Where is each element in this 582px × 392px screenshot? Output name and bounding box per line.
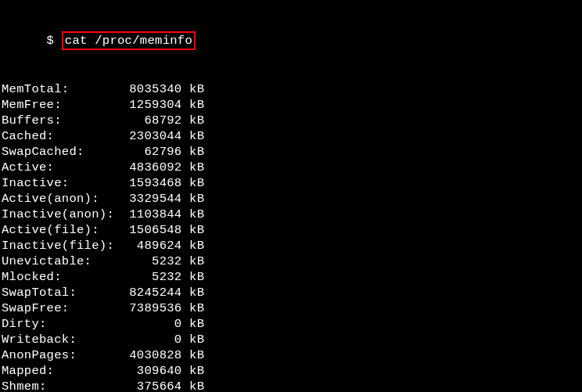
meminfo-unit: kB	[181, 364, 204, 378]
meminfo-label: Active(file):	[2, 223, 122, 237]
meminfo-value: 7389536	[122, 301, 182, 315]
meminfo-value: 1259304	[122, 98, 182, 112]
meminfo-label: SwapTotal:	[2, 286, 122, 300]
meminfo-row: Unevictable: 5232 kB	[2, 254, 580, 269]
meminfo-unit: kB	[181, 254, 204, 268]
meminfo-unit: kB	[181, 192, 204, 206]
meminfo-value: 4836092	[122, 160, 182, 174]
meminfo-row: Inactive: 1593468 kB	[2, 175, 580, 191]
meminfo-row: Active(anon): 3329544 kB	[2, 191, 580, 207]
meminfo-unit: kB	[181, 223, 204, 237]
meminfo-label: AnonPages:	[2, 348, 122, 362]
meminfo-label: Writeback:	[2, 333, 122, 347]
meminfo-row: Dirty: 0 kB	[2, 316, 580, 332]
meminfo-row: Active: 4836092 kB	[2, 160, 580, 175]
meminfo-unit: kB	[181, 379, 204, 392]
meminfo-value: 5232	[122, 254, 182, 268]
meminfo-value: 0	[122, 317, 182, 331]
meminfo-row: AnonPages: 4030828 kB	[2, 347, 580, 363]
meminfo-unit: kB	[181, 98, 204, 112]
meminfo-row: Mlocked: 5232 kB	[2, 269, 580, 285]
meminfo-unit: kB	[181, 286, 204, 300]
meminfo-label: MemFree:	[2, 98, 122, 112]
meminfo-label: SwapFree:	[2, 301, 122, 315]
meminfo-value: 8035340	[122, 82, 182, 96]
meminfo-unit: kB	[181, 301, 204, 315]
meminfo-label: Cached:	[2, 129, 122, 143]
prompt-symbol: $	[47, 34, 62, 48]
meminfo-row: Writeback: 0 kB	[2, 332, 580, 347]
meminfo-value: 0	[122, 333, 182, 347]
terminal-output: $ cat /proc/meminfo MemTotal: 8035340 kB…	[2, 2, 580, 392]
meminfo-value: 8245244	[122, 286, 182, 300]
meminfo-value: 4030828	[122, 348, 182, 362]
meminfo-unit: kB	[181, 348, 204, 362]
meminfo-unit: kB	[181, 270, 204, 284]
meminfo-row: MemFree: 1259304 kB	[2, 97, 580, 113]
meminfo-value: 309640	[122, 364, 182, 378]
meminfo-row: Cached: 2303044 kB	[2, 128, 580, 144]
meminfo-unit: kB	[181, 160, 204, 174]
meminfo-unit: kB	[181, 129, 204, 143]
meminfo-value: 1103844	[122, 207, 182, 221]
meminfo-row: MemTotal: 8035340 kB	[2, 81, 580, 97]
meminfo-row: SwapTotal: 8245244 kB	[2, 285, 580, 300]
meminfo-unit: kB	[181, 207, 204, 221]
meminfo-label: Unevictable:	[2, 254, 122, 268]
meminfo-label: Inactive(anon):	[2, 207, 122, 221]
meminfo-unit: kB	[181, 145, 204, 159]
meminfo-unit: kB	[181, 176, 204, 190]
meminfo-label: SwapCached:	[2, 145, 122, 159]
meminfo-row: Buffers: 68792 kB	[2, 113, 580, 128]
meminfo-row: Inactive(anon): 1103844 kB	[2, 207, 580, 222]
command-text: cat /proc/meminfo	[62, 31, 196, 50]
meminfo-label: MemTotal:	[2, 82, 122, 96]
meminfo-value: 2303044	[122, 129, 182, 143]
meminfo-row: Active(file): 1506548 kB	[2, 222, 580, 238]
meminfo-row: SwapCached: 62796 kB	[2, 144, 580, 160]
meminfo-label: Mapped:	[2, 364, 122, 378]
meminfo-row: SwapFree: 7389536 kB	[2, 300, 580, 316]
meminfo-value: 375664	[122, 379, 182, 392]
meminfo-label: Shmem:	[2, 379, 122, 392]
meminfo-row: Mapped: 309640 kB	[2, 363, 580, 379]
meminfo-value: 1506548	[122, 223, 182, 237]
prompt-line[interactable]: $ cat /proc/meminfo	[16, 17, 196, 66]
meminfo-label: Active:	[2, 160, 122, 174]
meminfo-row: Shmem: 375664 kB	[2, 379, 580, 392]
meminfo-label: Inactive:	[2, 176, 122, 190]
meminfo-label: Active(anon):	[2, 192, 122, 206]
meminfo-output: MemTotal: 8035340 kBMemFree: 1259304 kBB…	[2, 81, 580, 392]
meminfo-unit: kB	[181, 82, 204, 96]
meminfo-label: Mlocked:	[2, 270, 122, 284]
meminfo-label: Buffers:	[2, 113, 122, 128]
meminfo-label: Inactive(file):	[2, 239, 122, 253]
meminfo-value: 489624	[122, 239, 182, 253]
meminfo-unit: kB	[181, 239, 204, 253]
meminfo-value: 68792	[122, 113, 182, 128]
meminfo-value: 62796	[122, 145, 182, 159]
meminfo-unit: kB	[181, 113, 204, 128]
meminfo-row: Inactive(file): 489624 kB	[2, 238, 580, 254]
meminfo-unit: kB	[181, 317, 204, 331]
meminfo-value: 1593468	[122, 176, 182, 190]
meminfo-unit: kB	[181, 333, 204, 347]
meminfo-value: 3329544	[122, 192, 182, 206]
meminfo-value: 5232	[122, 270, 182, 284]
meminfo-label: Dirty:	[2, 317, 122, 331]
